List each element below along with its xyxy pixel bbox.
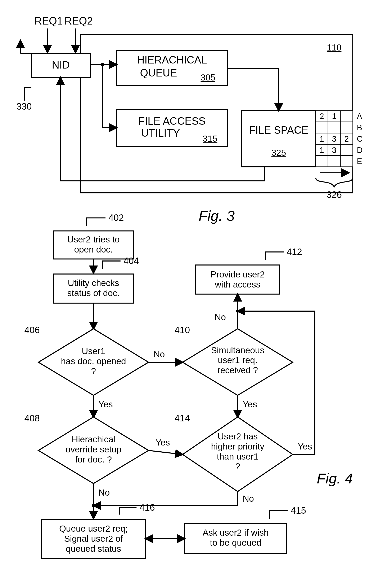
svg-text:?: ?	[235, 462, 240, 471]
svg-text:No: No	[154, 349, 165, 359]
fs-title: FILE SPACE	[249, 124, 309, 136]
svg-text:Simultaneous: Simultaneous	[211, 345, 264, 355]
svg-text:No: No	[214, 312, 226, 322]
svg-text:than user1: than user1	[217, 452, 258, 462]
ref-330: 330	[16, 101, 32, 111]
svg-text:queued status: queued status	[66, 544, 121, 554]
svg-text:Yes: Yes	[243, 399, 257, 409]
svg-text:Yes: Yes	[155, 438, 170, 447]
arrow-414-join	[94, 492, 238, 506]
arrow-408-414	[149, 451, 183, 455]
svg-text:open doc.: open doc.	[74, 245, 113, 254]
svg-text:402: 402	[108, 212, 124, 223]
figure-4: User2 tries to open doc. 402 Utility che…	[24, 212, 353, 559]
svg-text:has doc. opened: has doc. opened	[61, 356, 126, 366]
priority-grid: 2 1 1 3 2 1 3 A B C D E	[316, 111, 363, 167]
fig3-caption: Fig. 3	[199, 208, 235, 224]
fs-ref: 325	[271, 148, 286, 158]
svg-text:received ?: received ?	[217, 365, 258, 375]
svg-text:override setup: override setup	[65, 444, 121, 454]
req1-label: REQ1	[34, 15, 63, 27]
ref402-leader	[86, 218, 105, 226]
ref404-leader	[103, 261, 120, 269]
svg-text:with access: with access	[215, 279, 260, 289]
svg-text:416: 416	[140, 502, 155, 513]
ref415-leader	[270, 511, 288, 519]
ref-326: 326	[327, 189, 342, 200]
svg-text:Signal user2 of: Signal user2 of	[64, 534, 123, 544]
svg-text:for doc. ?: for doc. ?	[75, 455, 112, 464]
ref-110: 110	[327, 42, 341, 52]
svg-text:Yes: Yes	[98, 399, 113, 409]
svg-text:User2 has: User2 has	[218, 431, 258, 441]
svg-text:408: 408	[24, 413, 40, 423]
svg-text:415: 415	[291, 505, 306, 516]
svg-text:Hierachical: Hierachical	[72, 434, 115, 444]
svg-text:?: ?	[91, 366, 96, 376]
svg-text:E: E	[357, 157, 362, 166]
figure-3: 110 REQ1 REQ2 NID 330 HIERACHICAL QUEUE …	[16, 15, 363, 224]
svg-text:412: 412	[287, 247, 302, 257]
svg-text:1: 1	[332, 112, 336, 121]
svg-text:3: 3	[332, 146, 336, 155]
svg-text:414: 414	[174, 413, 190, 423]
hq-title1: HIERACHICAL	[137, 54, 207, 66]
svg-text:Utility checks: Utility checks	[68, 278, 119, 288]
ref412-leader	[266, 252, 284, 260]
svg-text:1: 1	[320, 146, 324, 155]
svg-text:Yes: Yes	[298, 441, 312, 451]
file-space-box	[242, 111, 316, 167]
svg-text:2: 2	[344, 134, 349, 143]
svg-text:2: 2	[320, 112, 324, 121]
svg-text:user1 req.: user1 req.	[218, 355, 257, 365]
svg-text:to be queued: to be queued	[210, 538, 261, 547]
fig4-caption: Fig. 4	[317, 470, 353, 486]
ref416-leader	[119, 507, 136, 514]
fau-title1: FILE ACCESS	[138, 115, 206, 127]
svg-text:No: No	[98, 488, 110, 498]
svg-text:1: 1	[320, 134, 324, 143]
svg-text:3: 3	[332, 134, 336, 143]
svg-text:higher priority: higher priority	[211, 441, 264, 451]
svg-text:No: No	[243, 494, 254, 504]
svg-text:406: 406	[24, 325, 40, 335]
svg-text:Provide user2: Provide user2	[211, 270, 265, 279]
svg-text:410: 410	[174, 325, 190, 335]
hq-title2: QUEUE	[140, 67, 177, 79]
fau-ref: 315	[203, 134, 217, 144]
svg-text:Ask user2 if wish: Ask user2 if wish	[203, 528, 269, 538]
svg-text:status of doc.: status of doc.	[67, 288, 119, 298]
req2-label: REQ2	[64, 15, 93, 27]
svg-text:404: 404	[123, 256, 139, 266]
svg-text:Queue user2 req;: Queue user2 req;	[59, 524, 128, 533]
nid-text: NID	[52, 59, 70, 71]
svg-text:D: D	[357, 146, 363, 155]
svg-text:B: B	[357, 123, 362, 132]
svg-text:C: C	[357, 134, 363, 143]
svg-text:A: A	[357, 112, 362, 121]
diagram-root: 110 REQ1 REQ2 NID 330 HIERACHICAL QUEUE …	[8, 8, 379, 571]
fau-title2: UTILITY	[141, 127, 180, 139]
ref-330-leader	[24, 88, 31, 101]
svg-text:User2 tries to: User2 tries to	[67, 234, 120, 244]
hq-ref: 305	[200, 72, 215, 82]
svg-text:User1: User1	[82, 346, 105, 356]
